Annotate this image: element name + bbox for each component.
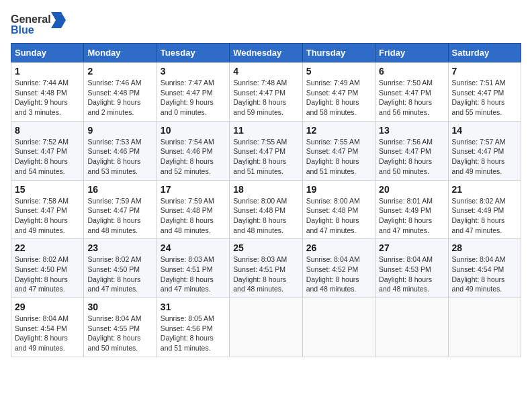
calendar-cell: 16 Sunrise: 7:59 AM Sunset: 4:47 PM Dayl… xyxy=(84,180,157,239)
calendar-cell: 24 Sunrise: 8:03 AM Sunset: 4:51 PM Dayl… xyxy=(157,239,229,298)
day-number: 12 xyxy=(306,125,371,136)
column-header-thursday: Thursday xyxy=(302,44,375,62)
day-detail: Sunrise: 7:55 AM Sunset: 4:47 PM Dayligh… xyxy=(306,137,371,177)
day-detail: Sunrise: 7:59 AM Sunset: 4:48 PM Dayligh… xyxy=(161,196,226,236)
day-detail: Sunrise: 7:53 AM Sunset: 4:46 PM Dayligh… xyxy=(87,137,152,177)
calendar-cell xyxy=(375,298,448,357)
day-detail: Sunrise: 7:51 AM Sunset: 4:47 PM Dayligh… xyxy=(452,78,517,118)
svg-text:General: General xyxy=(11,13,51,25)
day-number: 24 xyxy=(161,242,226,253)
day-number: 18 xyxy=(233,184,298,195)
day-detail: Sunrise: 8:04 AM Sunset: 4:54 PM Dayligh… xyxy=(452,255,517,294)
calendar-cell: 1 Sunrise: 7:44 AM Sunset: 4:48 PM Dayli… xyxy=(11,62,84,122)
calendar-cell: 8 Sunrise: 7:52 AM Sunset: 4:47 PM Dayli… xyxy=(11,121,84,180)
calendar-cell: 26 Sunrise: 8:04 AM Sunset: 4:52 PM Dayl… xyxy=(302,239,375,298)
day-detail: Sunrise: 8:02 AM Sunset: 4:50 PM Dayligh… xyxy=(15,255,80,294)
day-detail: Sunrise: 7:49 AM Sunset: 4:47 PM Dayligh… xyxy=(306,78,371,118)
day-number: 4 xyxy=(233,66,298,77)
column-header-sunday: Sunday xyxy=(11,44,84,62)
day-number: 29 xyxy=(15,302,80,312)
calendar-cell: 13 Sunrise: 7:56 AM Sunset: 4:47 PM Dayl… xyxy=(375,121,448,180)
day-number: 10 xyxy=(161,125,226,136)
day-detail: Sunrise: 7:46 AM Sunset: 4:48 PM Dayligh… xyxy=(87,78,152,118)
calendar-cell: 5 Sunrise: 7:49 AM Sunset: 4:47 PM Dayli… xyxy=(302,62,375,122)
day-number: 31 xyxy=(161,302,226,312)
day-number: 30 xyxy=(87,302,152,312)
day-detail: Sunrise: 8:04 AM Sunset: 4:54 PM Dayligh… xyxy=(15,314,80,353)
calendar-cell: 28 Sunrise: 8:04 AM Sunset: 4:54 PM Dayl… xyxy=(448,239,521,298)
day-number: 1 xyxy=(15,66,80,77)
day-number: 27 xyxy=(379,242,444,253)
column-header-friday: Friday xyxy=(375,44,448,62)
calendar-cell: 30 Sunrise: 8:04 AM Sunset: 4:55 PM Dayl… xyxy=(84,298,157,357)
day-detail: Sunrise: 8:02 AM Sunset: 4:49 PM Dayligh… xyxy=(452,196,517,236)
day-detail: Sunrise: 7:54 AM Sunset: 4:46 PM Dayligh… xyxy=(161,137,226,177)
calendar-cell: 18 Sunrise: 8:00 AM Sunset: 4:48 PM Dayl… xyxy=(230,180,302,239)
calendar-week-row: 8 Sunrise: 7:52 AM Sunset: 4:47 PM Dayli… xyxy=(11,121,521,180)
column-header-monday: Monday xyxy=(84,44,157,62)
column-header-tuesday: Tuesday xyxy=(157,44,229,62)
calendar-cell: 19 Sunrise: 8:00 AM Sunset: 4:48 PM Dayl… xyxy=(302,180,375,239)
day-number: 9 xyxy=(87,125,152,136)
day-number: 3 xyxy=(161,66,226,77)
day-detail: Sunrise: 8:02 AM Sunset: 4:50 PM Dayligh… xyxy=(87,255,152,294)
day-number: 23 xyxy=(87,242,152,253)
day-number: 17 xyxy=(161,184,226,195)
day-number: 26 xyxy=(306,242,371,253)
calendar-cell: 25 Sunrise: 8:03 AM Sunset: 4:51 PM Dayl… xyxy=(230,239,302,298)
calendar-cell xyxy=(448,298,521,357)
day-number: 28 xyxy=(452,242,517,253)
day-number: 25 xyxy=(233,242,298,253)
day-number: 13 xyxy=(379,125,444,136)
day-number: 5 xyxy=(306,66,371,77)
day-number: 19 xyxy=(306,184,371,195)
calendar-week-row: 29 Sunrise: 8:04 AM Sunset: 4:54 PM Dayl… xyxy=(11,298,521,357)
day-detail: Sunrise: 7:47 AM Sunset: 4:47 PM Dayligh… xyxy=(161,78,226,118)
day-detail: Sunrise: 8:00 AM Sunset: 4:48 PM Dayligh… xyxy=(233,196,298,236)
calendar-week-row: 22 Sunrise: 8:02 AM Sunset: 4:50 PM Dayl… xyxy=(11,239,521,298)
calendar-week-row: 1 Sunrise: 7:44 AM Sunset: 4:48 PM Dayli… xyxy=(11,62,521,122)
logo: General Blue xyxy=(11,11,71,36)
calendar-cell: 21 Sunrise: 8:02 AM Sunset: 4:49 PM Dayl… xyxy=(448,180,521,239)
calendar-table: SundayMondayTuesdayWednesdayThursdayFrid… xyxy=(11,43,521,357)
day-detail: Sunrise: 7:48 AM Sunset: 4:47 PM Dayligh… xyxy=(233,78,298,118)
calendar-cell: 12 Sunrise: 7:55 AM Sunset: 4:47 PM Dayl… xyxy=(302,121,375,180)
day-number: 20 xyxy=(379,184,444,195)
calendar-cell: 23 Sunrise: 8:02 AM Sunset: 4:50 PM Dayl… xyxy=(84,239,157,298)
day-number: 8 xyxy=(15,125,80,136)
day-number: 14 xyxy=(452,125,517,136)
calendar-cell: 27 Sunrise: 8:04 AM Sunset: 4:53 PM Dayl… xyxy=(375,239,448,298)
day-detail: Sunrise: 8:04 AM Sunset: 4:53 PM Dayligh… xyxy=(379,255,444,294)
day-detail: Sunrise: 8:03 AM Sunset: 4:51 PM Dayligh… xyxy=(161,255,226,294)
column-header-wednesday: Wednesday xyxy=(230,44,302,62)
calendar-cell: 6 Sunrise: 7:50 AM Sunset: 4:47 PM Dayli… xyxy=(375,62,448,122)
logo-svg: General Blue xyxy=(11,11,71,36)
day-detail: Sunrise: 7:52 AM Sunset: 4:47 PM Dayligh… xyxy=(15,137,80,177)
calendar-cell: 2 Sunrise: 7:46 AM Sunset: 4:48 PM Dayli… xyxy=(84,62,157,122)
day-detail: Sunrise: 8:00 AM Sunset: 4:48 PM Dayligh… xyxy=(306,196,371,236)
calendar-cell: 10 Sunrise: 7:54 AM Sunset: 4:46 PM Dayl… xyxy=(157,121,229,180)
calendar-cell: 11 Sunrise: 7:55 AM Sunset: 4:47 PM Dayl… xyxy=(230,121,302,180)
day-number: 21 xyxy=(452,184,517,195)
calendar-cell xyxy=(302,298,375,357)
page-header: General Blue xyxy=(11,11,521,36)
day-number: 15 xyxy=(15,184,80,195)
calendar-cell: 17 Sunrise: 7:59 AM Sunset: 4:48 PM Dayl… xyxy=(157,180,229,239)
column-header-saturday: Saturday xyxy=(448,44,521,62)
day-detail: Sunrise: 7:59 AM Sunset: 4:47 PM Dayligh… xyxy=(87,196,152,236)
calendar-cell: 29 Sunrise: 8:04 AM Sunset: 4:54 PM Dayl… xyxy=(11,298,84,357)
day-detail: Sunrise: 8:01 AM Sunset: 4:49 PM Dayligh… xyxy=(379,196,444,236)
day-detail: Sunrise: 7:58 AM Sunset: 4:47 PM Dayligh… xyxy=(15,196,80,236)
svg-marker-2 xyxy=(51,12,66,28)
calendar-cell: 3 Sunrise: 7:47 AM Sunset: 4:47 PM Dayli… xyxy=(157,62,229,122)
day-detail: Sunrise: 7:55 AM Sunset: 4:47 PM Dayligh… xyxy=(233,137,298,177)
day-detail: Sunrise: 7:44 AM Sunset: 4:48 PM Dayligh… xyxy=(15,78,80,118)
calendar-cell: 15 Sunrise: 7:58 AM Sunset: 4:47 PM Dayl… xyxy=(11,180,84,239)
calendar-week-row: 15 Sunrise: 7:58 AM Sunset: 4:47 PM Dayl… xyxy=(11,180,521,239)
calendar-cell: 4 Sunrise: 7:48 AM Sunset: 4:47 PM Dayli… xyxy=(230,62,302,122)
calendar-cell: 7 Sunrise: 7:51 AM Sunset: 4:47 PM Dayli… xyxy=(448,62,521,122)
day-detail: Sunrise: 8:04 AM Sunset: 4:55 PM Dayligh… xyxy=(87,314,152,353)
day-detail: Sunrise: 8:04 AM Sunset: 4:52 PM Dayligh… xyxy=(306,255,371,294)
day-number: 16 xyxy=(87,184,152,195)
calendar-cell: 31 Sunrise: 8:05 AM Sunset: 4:56 PM Dayl… xyxy=(157,298,229,357)
